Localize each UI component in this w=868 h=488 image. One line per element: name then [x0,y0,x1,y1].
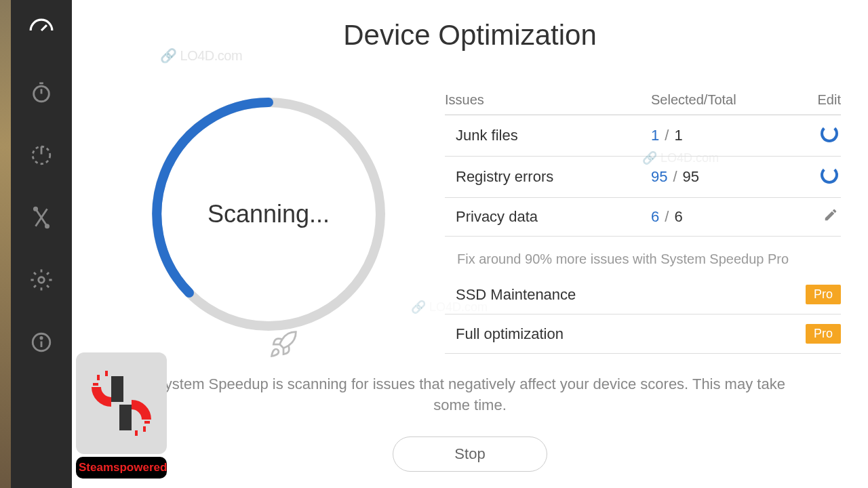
spinner-icon [787,125,841,146]
row-label: Privacy data [456,208,651,226]
logo-card: Steamspowered [76,352,167,479]
background-strip [0,0,11,488]
scan-progress-ring: Scanning... [146,92,391,336]
svg-point-8 [39,277,45,283]
sidebar-item-settings[interactable] [28,266,55,293]
svg-rect-20 [135,430,138,436]
watermark: 🔗 LO4D.com [160,47,242,64]
header-issues: Issues [445,92,651,108]
svg-rect-19 [143,426,146,432]
pro-row-label: Full optimization [456,325,806,343]
sidebar-item-power[interactable] [28,142,55,169]
logo-icon [76,352,167,454]
sidebar-item-timer[interactable] [28,79,55,106]
stop-button[interactable]: Stop [393,436,547,472]
scan-panel: Scanning... [99,92,438,354]
issues-panel: Issues Selected/Total Edit Junk files 1/… [438,92,841,354]
svg-rect-16 [105,371,108,376]
table-row[interactable]: Privacy data 6/6 [445,198,841,237]
scan-status-text: Scanning... [208,200,330,228]
pro-row[interactable]: Full optimization Pro [445,314,841,354]
pencil-icon[interactable] [787,207,841,226]
svg-rect-13 [111,376,123,402]
watermark: 🔗 LO4D.com [642,150,719,165]
spinner-icon [787,166,841,188]
row-counts: 6/6 [651,208,787,226]
header-edit: Edit [787,92,841,108]
status-text: System Speedup is scanning for issues th… [99,374,841,416]
svg-rect-17 [119,405,132,430]
sidebar-item-dashboard[interactable] [28,17,55,44]
svg-point-1 [34,86,50,102]
page-title: Device Optimization [99,19,841,52]
promo-text: Fix around 90% more issues with System S… [445,237,841,275]
pro-badge: Pro [806,285,841,304]
sidebar-item-info[interactable] [28,329,55,356]
row-counts: 1/1 [651,127,787,144]
sidebar-item-tools[interactable] [28,204,55,231]
pro-row[interactable]: SSD Maintenance Pro [445,275,841,314]
svg-rect-18 [144,421,150,424]
row-label: Junk files [456,127,651,144]
main-content: Device Optimization 🔗 LO4D.com 🔗 LO4D.co… [72,0,868,488]
row-label: Registry errors [456,168,651,186]
svg-point-6 [34,207,37,210]
svg-point-7 [45,225,48,228]
pro-badge: Pro [806,324,841,344]
svg-line-0 [41,25,47,30]
svg-rect-14 [93,383,98,386]
svg-point-11 [41,337,42,338]
sidebar [11,0,72,488]
table-header: Issues Selected/Total Edit [445,92,841,115]
header-selected: Selected/Total [651,92,787,108]
logo-label: Steamspowered [76,457,167,479]
row-counts: 95/95 [651,168,787,186]
pro-row-label: SSD Maintenance [456,286,806,304]
svg-rect-15 [97,375,100,380]
